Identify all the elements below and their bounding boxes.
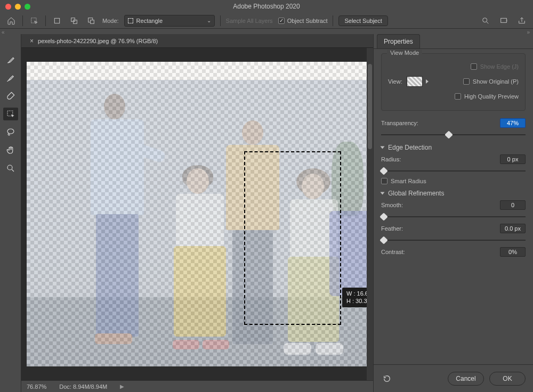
contrast-label: Contrast: — [381, 249, 405, 255]
checkmark-icon — [278, 18, 285, 24]
brush-tool-icon[interactable] — [3, 53, 18, 66]
reset-icon[interactable] — [381, 373, 393, 385]
close-tab-icon[interactable]: × — [30, 37, 34, 45]
document-area: × pexels-photo-2422290.jpeg @ 76.9% (RGB… — [21, 34, 373, 392]
zoom-tool-icon[interactable] — [3, 162, 18, 175]
edge-detection-header[interactable]: Edge Detection — [381, 144, 526, 151]
smart-radius-checkbox[interactable]: Smart Radius — [381, 178, 426, 184]
svg-point-10 — [7, 165, 12, 170]
chevron-down-icon: ⌄ — [207, 18, 211, 23]
smooth-value[interactable]: 0 — [500, 200, 526, 210]
screen-mode-icon[interactable] — [498, 15, 510, 27]
title-bar: Adobe Photoshop 2020 — [0, 0, 533, 13]
vertical-scrollbar[interactable] — [367, 48, 373, 380]
new-selection-icon[interactable] — [51, 15, 63, 27]
options-bar: Mode: Rectangle ⌄ Sample All Layers Obje… — [0, 13, 533, 29]
document-tabs: × pexels-photo-2422290.jpeg @ 76.9% (RGB… — [21, 34, 373, 48]
chevron-down-icon — [381, 192, 385, 195]
svg-point-9 — [7, 129, 14, 134]
scrollbar-thumb[interactable] — [368, 64, 372, 149]
transparency-label: Transparency: — [381, 120, 418, 126]
rectangle-shape-icon — [128, 18, 133, 23]
view-label: View: — [388, 78, 402, 85]
document-tab-title: pexels-photo-2422290.jpeg @ 76.9% (RGB/8… — [38, 38, 158, 44]
view-swatch[interactable] — [407, 76, 423, 87]
document-tab[interactable]: × pexels-photo-2422290.jpeg @ 76.9% (RGB… — [26, 34, 162, 47]
view-mode-title: View Mode — [387, 50, 422, 56]
object-subtract-label: Object Subtract — [287, 18, 328, 24]
properties-tab[interactable]: Properties — [377, 34, 420, 48]
radius-slider[interactable] — [381, 167, 526, 175]
selection-marquee[interactable] — [244, 151, 341, 325]
svg-rect-2 — [71, 18, 75, 21]
status-flyout-icon[interactable]: ▶ — [120, 383, 124, 389]
cancel-button[interactable]: Cancel — [448, 372, 484, 386]
svg-rect-7 — [501, 18, 507, 22]
canvas[interactable] — [27, 62, 368, 366]
smooth-label: Smooth: — [381, 202, 403, 208]
search-icon[interactable] — [480, 15, 491, 27]
radius-value[interactable]: 0 px — [500, 154, 526, 164]
ok-button[interactable]: OK — [489, 372, 526, 386]
transparency-slider[interactable] — [381, 131, 526, 138]
zoom-level[interactable]: 76.87% — [27, 383, 46, 390]
app-title: Adobe Photoshop 2020 — [0, 3, 533, 10]
object-select-tool-icon[interactable] — [28, 15, 40, 27]
lasso-tool-icon[interactable] — [3, 126, 18, 138]
mode-select[interactable]: Rectangle ⌄ — [124, 15, 215, 27]
svg-rect-5 — [91, 20, 94, 23]
properties-panel: Properties View Mode Show Edge (J) View: — [373, 34, 533, 392]
refine-brush-tool-icon[interactable] — [3, 71, 18, 84]
share-icon[interactable] — [516, 15, 528, 27]
hq-preview-checkbox[interactable]: High Quality Preview — [455, 93, 519, 100]
object-select-tool[interactable] — [3, 108, 18, 120]
status-bar: 76.87% Doc: 8.94M/8.94M ▶ — [21, 380, 373, 392]
show-original-checkbox[interactable]: Show Original (P) — [463, 78, 519, 85]
show-edge-checkbox: Show Edge (J) — [471, 63, 519, 70]
transparency-value[interactable]: 47% — [500, 118, 526, 128]
radius-label: Radius: — [381, 156, 401, 162]
svg-rect-0 — [31, 18, 36, 22]
paint-brush-tool-icon[interactable] — [3, 89, 18, 102]
separator — [220, 15, 221, 26]
mode-value: Rectangle — [136, 18, 163, 24]
separator — [333, 15, 333, 26]
add-selection-icon[interactable] — [68, 15, 80, 27]
contrast-value[interactable]: 0% — [500, 247, 526, 257]
svg-rect-1 — [54, 18, 59, 23]
smooth-slider[interactable] — [381, 213, 526, 220]
chevron-down-icon — [381, 146, 385, 149]
transparency-row: Transparency: 47% — [381, 118, 526, 128]
tools-panel — [0, 34, 21, 392]
global-refinements-header[interactable]: Global Refinements — [381, 190, 526, 197]
feather-label: Feather: — [381, 225, 403, 232]
subtract-selection-icon[interactable] — [85, 15, 97, 27]
object-subtract-checkbox[interactable]: Object Subtract — [278, 18, 328, 24]
hand-tool-icon[interactable] — [3, 144, 18, 157]
svg-point-6 — [483, 18, 487, 22]
separator — [45, 15, 46, 26]
doc-info[interactable]: Doc: 8.94M/8.94M — [59, 383, 107, 390]
feather-value[interactable]: 0.0 px — [500, 224, 526, 233]
mode-label: Mode: — [102, 18, 119, 24]
separator — [22, 15, 23, 26]
canvas-viewport[interactable]: W : 16.65 cm H : 30.30 cm — [21, 48, 373, 380]
sample-all-layers-option: Sample All Layers — [226, 18, 273, 24]
home-icon[interactable] — [5, 15, 17, 27]
feather-slider[interactable] — [381, 236, 526, 244]
view-mode-group: View Mode Show Edge (J) View: Show Origi… — [381, 53, 526, 111]
panel-footer: Cancel OK — [374, 364, 533, 392]
select-subject-button[interactable]: Select Subject — [338, 15, 387, 26]
svg-rect-3 — [74, 20, 77, 23]
